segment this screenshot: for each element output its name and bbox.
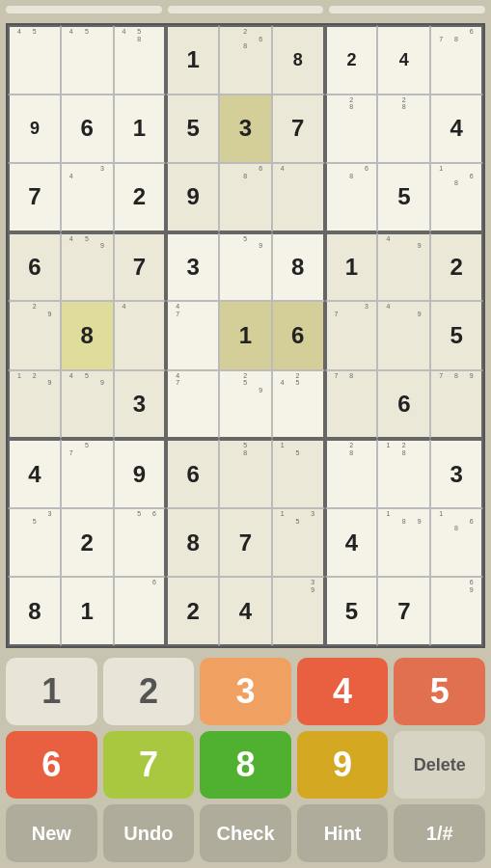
cell-3-6[interactable]: 1 [325,232,378,302]
cell-1-2[interactable]: 1 [114,95,167,164]
cell-6-5[interactable]: 15 [272,439,325,508]
cell-8-5[interactable]: 39 [272,577,325,646]
action-btn-new[interactable]: New [6,804,97,862]
cell-5-0[interactable]: 129 [8,370,61,440]
cell-1-1[interactable]: 6 [61,95,114,164]
cell-4-3[interactable]: 47 [166,301,219,370]
pencil-7-2: 56 [117,510,163,518]
cell-1-7[interactable]: 28 [377,95,430,164]
cell-4-7[interactable]: 49 [377,301,430,370]
num-btn-1[interactable]: 1 [6,658,97,725]
cell-2-8[interactable]: 168 [430,163,483,232]
cell-0-4[interactable]: 268 [219,25,272,95]
cell-0-7[interactable]: 4 [377,25,430,95]
num-btn-7[interactable]: 7 [103,731,195,799]
cell-5-1[interactable]: 459 [61,370,114,440]
cell-6-1[interactable]: 57 [61,439,114,508]
cell-3-8[interactable]: 2 [430,232,483,302]
cell-0-0[interactable]: 45 [8,25,61,95]
cell-4-2[interactable]: 4 [114,301,167,370]
cell-7-1[interactable]: 2 [61,508,114,578]
cell-8-8[interactable]: 69 [430,577,483,646]
cell-7-5[interactable]: 135 [272,508,325,578]
cell-0-1[interactable]: 45 [61,25,114,95]
cell-value-1-0: 9 [30,120,40,137]
cell-6-4[interactable]: 58 [219,439,272,508]
cell-6-6[interactable]: 28 [325,439,378,508]
num-btn-2[interactable]: 2 [103,658,195,725]
cell-3-4[interactable]: 59 [219,232,272,302]
cell-3-7[interactable]: 49 [377,232,430,302]
cell-3-3[interactable]: 3 [166,232,219,302]
grid-container[interactable]: 4545458126882467896153728284734296846851… [6,23,485,648]
cell-6-8[interactable]: 3 [430,439,483,508]
cell-8-4[interactable]: 4 [219,577,272,646]
cell-7-0[interactable]: 35 [8,508,61,578]
cell-3-0[interactable]: 6 [8,232,61,302]
cell-5-5[interactable]: 245 [272,370,325,440]
cell-2-0[interactable]: 7 [8,163,61,232]
cell-4-8[interactable]: 5 [430,301,483,370]
cell-5-4[interactable]: 259 [219,370,272,440]
num-btn-6[interactable]: 6 [6,731,97,799]
cell-1-4[interactable]: 3 [219,95,272,164]
num-btn-5[interactable]: 5 [394,658,485,725]
cell-7-6[interactable]: 4 [325,508,378,578]
num-btn-4[interactable]: 4 [297,658,389,725]
cell-0-5[interactable]: 8 [272,25,325,95]
cell-4-0[interactable]: 29 [8,301,61,370]
cell-5-6[interactable]: 78 [325,370,378,440]
cell-2-3[interactable]: 9 [166,163,219,232]
cell-7-2[interactable]: 56 [114,508,167,578]
cell-1-6[interactable]: 28 [325,95,378,164]
pencil-4-3: 47 [170,303,216,317]
cell-3-2[interactable]: 7 [114,232,167,302]
cell-2-4[interactable]: 68 [219,163,272,232]
cell-8-6[interactable]: 5 [325,577,378,646]
cell-1-5[interactable]: 7 [272,95,325,164]
cell-3-5[interactable]: 8 [272,232,325,302]
cell-3-1[interactable]: 459 [61,232,114,302]
action-btn-1#[interactable]: 1/# [394,804,485,862]
action-btn-check[interactable]: Check [200,804,291,862]
cell-2-1[interactable]: 34 [61,163,114,232]
cell-0-3[interactable]: 1 [166,25,219,95]
num-btn-8[interactable]: 8 [200,731,291,799]
cell-5-7[interactable]: 6 [377,370,430,440]
action-btn-undo[interactable]: Undo [103,804,195,862]
cell-1-0[interactable]: 9 [8,95,61,164]
cell-2-5[interactable]: 4 [272,163,325,232]
cell-4-6[interactable]: 37 [325,301,378,370]
cell-2-2[interactable]: 2 [114,163,167,232]
cell-5-2[interactable]: 3 [114,370,167,440]
cell-4-5[interactable]: 6 [272,301,325,370]
cell-6-2[interactable]: 9 [114,439,167,508]
num-btn-delete[interactable]: Delete [394,731,485,799]
cell-6-3[interactable]: 6 [166,439,219,508]
cell-6-7[interactable]: 128 [377,439,430,508]
cell-2-6[interactable]: 68 [325,163,378,232]
cell-7-4[interactable]: 7 [219,508,272,578]
cell-6-0[interactable]: 4 [8,439,61,508]
cell-8-0[interactable]: 8 [8,577,61,646]
cell-7-7[interactable]: 189 [377,508,430,578]
cell-1-8[interactable]: 4 [430,95,483,164]
cell-0-8[interactable]: 678 [430,25,483,95]
action-btn-hint[interactable]: Hint [297,804,389,862]
num-btn-3[interactable]: 3 [200,658,291,725]
cell-5-8[interactable]: 789 [430,370,483,440]
cell-0-6[interactable]: 2 [325,25,378,95]
cell-0-2[interactable]: 458 [114,25,167,95]
num-btn-9[interactable]: 9 [297,731,389,799]
cell-2-7[interactable]: 5 [377,163,430,232]
cell-4-4[interactable]: 1 [219,301,272,370]
cell-1-3[interactable]: 5 [166,95,219,164]
cell-8-2[interactable]: 6 [114,577,167,646]
cell-8-7[interactable]: 7 [377,577,430,646]
cell-5-3[interactable]: 47 [166,370,219,440]
cell-8-3[interactable]: 2 [166,577,219,646]
cell-4-1[interactable]: 8 [61,301,114,370]
cell-7-3[interactable]: 8 [166,508,219,578]
cell-8-1[interactable]: 1 [61,577,114,646]
cell-7-8[interactable]: 168 [430,508,483,578]
